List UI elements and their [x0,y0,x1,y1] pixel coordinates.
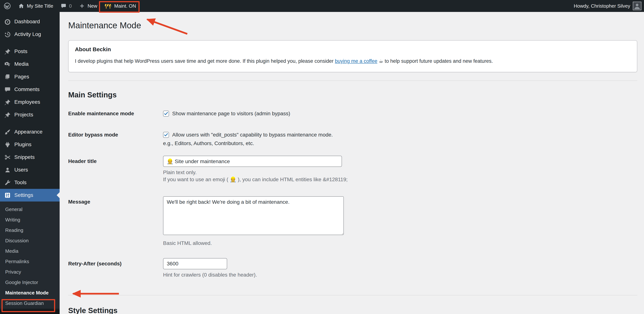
retry-after-label: Retry-After (seconds) [68,258,163,268]
about-heading: About Beckin [75,46,630,52]
retry-after-hint: Hint for crawlers (0 disables the header… [163,272,637,278]
editor-bypass-row: Editor bypass mode Allow users with "edi… [68,131,637,147]
submenu-label: Privacy [5,269,21,275]
submenu-label: Permalinks [5,259,29,265]
enable-maintenance-control: Show maintenance page to visitors (admin… [163,110,637,117]
new-label: New [88,3,97,9]
retry-after-input[interactable] [163,258,227,269]
comment-count: 0 [69,3,72,9]
submenu-item-general[interactable]: General [0,204,60,215]
submenu-item-writing[interactable]: Writing [0,215,60,225]
submenu-label: Google Injector [5,280,38,285]
comment-icon [4,86,11,93]
plus-icon [79,3,85,9]
user-icon [4,167,11,173]
header-title-input[interactable] [163,156,342,167]
pushpin-icon [4,99,11,106]
sidebar-item-label: Pages [14,74,29,80]
header-title-label: Header title [68,156,163,165]
site-title-menu[interactable]: My Site Title [14,0,57,12]
sidebar-item-label: Snippets [14,154,35,160]
admin-sidebar: Dashboard Activity Log Posts Media [0,12,60,314]
about-card: About Beckin I develop plugins that help… [68,40,637,72]
submenu-label: Discussion [5,238,29,244]
header-title-hint-1: Plain text only. [163,169,637,176]
sidebar-item-media[interactable]: Media [0,58,60,70]
brush-icon [4,128,11,135]
sidebar-item-projects[interactable]: Projects [0,108,60,121]
sidebar-item-users[interactable]: Users [0,164,60,176]
sidebar-item-comments[interactable]: Comments [0,83,60,96]
submenu-label: Reading [5,227,23,233]
editor-bypass-hint: e.g., Editors, Authors, Contributors, et… [163,140,637,147]
sidebar-item-dashboard[interactable]: Dashboard [0,15,60,28]
account-menu[interactable]: Howdy, Christopher Silvey [574,0,644,12]
submenu-label: Session Guardian [5,301,44,306]
submenu-label: Media [5,248,18,254]
admin-bar: My Site Title 0 New [0,0,644,12]
admin-menu: Dashboard Activity Log Posts Media [0,12,60,202]
submenu-label: Writing [5,217,20,223]
sidebar-item-tools[interactable]: Tools [0,176,60,189]
about-text-after: ☕ to help support future updates and new… [377,58,493,64]
sidebar-item-label: Employees [14,99,40,105]
sidebar-item-label: Appearance [14,129,42,135]
sidebar-item-appearance[interactable]: Appearance [0,126,60,138]
submenu-item-privacy[interactable]: Privacy [0,267,60,277]
sidebar-item-activity-log[interactable]: Activity Log [0,28,60,41]
submenu-item-maintenance-mode[interactable]: Maintenance Mode [0,288,60,298]
enable-maintenance-checkbox-label: Show maintenance page to visitors (admin… [172,110,290,117]
sidebar-item-label: Users [14,167,28,173]
main-content: Maintenance Mode About Beckin I develop … [60,12,644,314]
editor-bypass-option: Allow users with "edit_posts" capability… [163,131,637,139]
submenu-item-discussion[interactable]: Discussion [0,235,60,246]
editor-bypass-checkbox-label: Allow users with "edit_posts" capability… [172,131,333,139]
about-text-before: I develop plugins that help WordPress us… [75,58,335,64]
sidebar-item-label: Posts [14,48,28,54]
comments-menu[interactable]: 0 [57,0,75,12]
sidebar-item-pages[interactable]: Pages [0,70,60,83]
submenu-item-media[interactable]: Media [0,246,60,256]
maintenance-status-menu[interactable]: Maint. ON [101,0,140,12]
sidebar-item-label: Activity Log [14,31,41,37]
menu-separator [0,41,60,45]
submenu-item-google-injector[interactable]: Google Injector [0,277,60,288]
editor-bypass-label: Editor bypass mode [68,131,163,139]
sidebar-item-label: Comments [14,86,40,92]
sidebar-item-snippets[interactable]: Snippets [0,151,60,164]
sidebar-item-label: Tools [14,180,26,186]
submenu-item-permalinks[interactable]: Permalinks [0,256,60,267]
retry-after-control: Hint for crawlers (0 disables the header… [163,258,637,278]
settings-submenu: General Writing Reading Discussion Media… [0,202,60,309]
activity-log-icon [4,31,11,38]
buy-me-a-coffee-link[interactable]: buying me a coffee [335,58,377,64]
submenu-item-reading[interactable]: Reading [0,225,60,235]
message-textarea[interactable]: We'll be right back! We're doing a bit o… [163,196,344,235]
style-settings-heading: Style Settings [68,306,637,314]
enable-maintenance-checkbox[interactable] [163,111,169,117]
message-row: Message We'll be right back! We're doing… [68,196,637,247]
submenu-item-session-guardian[interactable]: Session Guardian [0,298,60,309]
sidebar-bottom-strip [0,310,60,314]
new-content-menu[interactable]: New [75,0,101,12]
sliders-icon [4,192,11,199]
message-label: Message [68,196,163,206]
menu-separator [0,121,60,126]
about-text: I develop plugins that help WordPress us… [75,58,630,64]
sidebar-item-settings[interactable]: Settings [0,189,60,202]
sidebar-item-label: Settings [14,192,33,198]
editor-bypass-checkbox[interactable] [163,132,169,138]
sidebar-item-plugins[interactable]: Plugins [0,138,60,151]
sidebar-item-employees[interactable]: Employees [0,96,60,108]
header-title-control: Plain text only. If you want to use an e… [163,156,637,183]
section-divider [68,295,637,295]
site-title-label: My Site Title [27,3,53,9]
submenu-label: Maintenance Mode [5,290,49,296]
wordpress-logo-menu[interactable] [0,0,14,12]
sidebar-item-label: Plugins [14,142,32,147]
comment-bubble-icon [60,3,67,9]
sidebar-item-posts[interactable]: Posts [0,45,60,58]
header-title-row: Header title Plain text only. If you wan… [68,156,637,183]
wordpress-logo-icon [4,2,11,10]
page-title: Maintenance Mode [68,20,637,30]
